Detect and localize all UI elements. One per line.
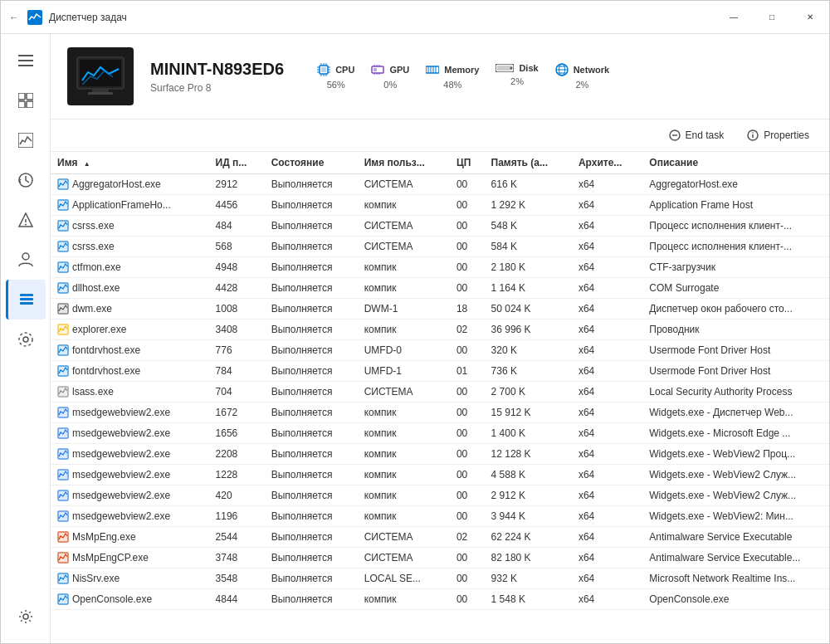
cell-user: компик bbox=[358, 320, 450, 340]
table-row[interactable]: MsMpEng.exe 2544 Выполняется СИСТЕМА 02 … bbox=[51, 527, 829, 548]
close-button[interactable]: ✕ bbox=[791, 1, 829, 34]
col-state[interactable]: Состояние bbox=[265, 152, 358, 174]
content-area: MININT-N893ED6 Surface Pro 8 bbox=[51, 34, 829, 643]
cell-arch: x64 bbox=[572, 237, 642, 257]
table-row[interactable]: fontdrvhost.exe 776 Выполняется UMFD-0 0… bbox=[51, 340, 829, 361]
cell-arch: x64 bbox=[572, 465, 642, 485]
sidebar-item-processes[interactable] bbox=[6, 280, 46, 320]
table-row[interactable]: csrss.exe 484 Выполняется СИСТЕМА 00 548… bbox=[51, 216, 829, 237]
main-layout: MININT-N893ED6 Surface Pro 8 bbox=[1, 34, 829, 643]
cell-user: СИСТЕМА bbox=[358, 237, 450, 257]
titlebar-title: Диспетчер задач bbox=[49, 12, 127, 23]
process-icon bbox=[57, 552, 69, 564]
cell-memory: 4 588 K bbox=[485, 465, 572, 485]
svg-rect-14 bbox=[20, 294, 33, 296]
end-task-button[interactable]: End task bbox=[662, 126, 731, 144]
cell-desc: Application Frame Host bbox=[642, 195, 829, 216]
cell-desc: Microsoft Network Realtime Ins... bbox=[642, 568, 829, 589]
svg-rect-5 bbox=[27, 93, 33, 100]
table-row[interactable]: msedgewebview2.exe 1196 Выполняется комп… bbox=[51, 506, 829, 527]
sidebar-item-history[interactable] bbox=[6, 160, 46, 200]
col-desc[interactable]: Описание bbox=[642, 152, 829, 174]
svg-point-53 bbox=[510, 67, 513, 70]
sidebar-item-services[interactable] bbox=[6, 320, 46, 359]
cell-state: Выполняется bbox=[265, 340, 358, 361]
table-row[interactable]: dwm.exe 1008 Выполняется DWM-1 18 50 024… bbox=[51, 299, 829, 320]
cell-desc: Widgets.exe - WebView2 Служ... bbox=[642, 465, 829, 485]
sidebar-item-menu[interactable] bbox=[6, 41, 46, 80]
process-icon bbox=[57, 469, 69, 481]
sidebar-item-dashboard[interactable] bbox=[6, 80, 46, 120]
table-row[interactable]: lsass.exe 704 Выполняется СИСТЕМА 00 2 7… bbox=[51, 382, 829, 402]
table-row[interactable]: NisSrv.exe 3548 Выполняется LOCAL SE... … bbox=[51, 568, 829, 589]
table-row[interactable]: dllhost.exe 4428 Выполняется компик 00 1… bbox=[51, 278, 829, 299]
cell-user: компик bbox=[358, 465, 450, 485]
table-row[interactable]: msedgewebview2.exe 420 Выполняется компи… bbox=[51, 485, 829, 506]
table-row[interactable]: msedgewebview2.exe 1656 Выполняется комп… bbox=[51, 423, 829, 444]
cell-state: Выполняется bbox=[265, 382, 358, 402]
stat-gpu: GPU 0% bbox=[371, 63, 409, 90]
cell-name: msedgewebview2.exe bbox=[51, 423, 209, 444]
minimize-button[interactable]: — bbox=[715, 1, 753, 34]
sidebar-item-users[interactable] bbox=[6, 240, 46, 280]
svg-rect-39 bbox=[374, 68, 377, 71]
cell-pid: 1008 bbox=[209, 299, 265, 320]
task-manager-window: ← Диспетчер задач — □ ✕ bbox=[0, 0, 830, 644]
table-row[interactable]: msedgewebview2.exe 2208 Выполняется комп… bbox=[51, 444, 829, 465]
back-button[interactable]: ← bbox=[7, 11, 21, 24]
gpu-label: GPU bbox=[389, 65, 409, 75]
table-row[interactable]: OpenConsole.exe 4844 Выполняется компик … bbox=[51, 589, 829, 610]
cell-state: Выполняется bbox=[265, 174, 358, 195]
cell-pid: 2544 bbox=[209, 527, 265, 548]
sidebar-item-settings[interactable] bbox=[6, 597, 46, 637]
cell-name: dllhost.exe bbox=[51, 278, 209, 299]
processes-icon bbox=[19, 292, 34, 307]
cell-pid: 3748 bbox=[209, 548, 265, 568]
col-cpu[interactable]: ЦП bbox=[450, 152, 485, 174]
col-name[interactable]: Имя ▲ bbox=[51, 152, 209, 174]
cell-user: компик bbox=[358, 444, 450, 465]
memory-label: Memory bbox=[444, 65, 479, 75]
col-pid[interactable]: ИД п... bbox=[209, 152, 265, 174]
cell-memory: 932 K bbox=[485, 568, 572, 589]
table-row[interactable]: msedgewebview2.exe 1672 Выполняется комп… bbox=[51, 402, 829, 423]
col-memory[interactable]: Память (а... bbox=[485, 152, 572, 174]
cell-arch: x64 bbox=[572, 257, 642, 278]
table-row[interactable]: AggregatorHost.exe 2912 Выполняется СИСТ… bbox=[51, 174, 829, 195]
table-row[interactable]: explorer.exe 3408 Выполняется компик 02 … bbox=[51, 320, 829, 340]
network-label: Network bbox=[574, 65, 609, 75]
cell-desc: Widgets.exe - Диспетчер Web... bbox=[642, 402, 829, 423]
cell-arch: x64 bbox=[572, 402, 642, 423]
cell-user: компик bbox=[358, 402, 450, 423]
properties-button[interactable]: Properties bbox=[740, 126, 816, 144]
col-arch[interactable]: Архите... bbox=[572, 152, 642, 174]
svg-point-17 bbox=[23, 337, 28, 342]
cell-state: Выполняется bbox=[265, 278, 358, 299]
col-user[interactable]: Имя польз... bbox=[358, 152, 450, 174]
cell-state: Выполняется bbox=[265, 216, 358, 237]
table-row[interactable]: csrss.exe 568 Выполняется СИСТЕМА 00 584… bbox=[51, 237, 829, 257]
table-row[interactable]: msedgewebview2.exe 1228 Выполняется комп… bbox=[51, 465, 829, 485]
header-info: MININT-N893ED6 Surface Pro 8 bbox=[150, 60, 284, 94]
cell-memory: 2 700 K bbox=[485, 382, 572, 402]
process-table-container[interactable]: Имя ▲ ИД п... Состояние Имя польз... ЦП … bbox=[51, 152, 829, 643]
process-icon bbox=[57, 573, 69, 584]
cell-memory: 320 K bbox=[485, 340, 572, 361]
table-row[interactable]: fontdrvhost.exe 784 Выполняется UMFD-1 0… bbox=[51, 361, 829, 382]
gpu-value: 0% bbox=[383, 80, 397, 90]
maximize-button[interactable]: □ bbox=[753, 1, 791, 34]
cell-name: csrss.exe bbox=[51, 237, 209, 257]
cell-name: msedgewebview2.exe bbox=[51, 465, 209, 485]
cell-arch: x64 bbox=[572, 485, 642, 506]
table-row[interactable]: ctfmon.exe 4948 Выполняется компик 00 2 … bbox=[51, 257, 829, 278]
svg-rect-22 bbox=[92, 89, 109, 92]
table-row[interactable]: MsMpEngCP.exe 3748 Выполняется СИСТЕМА 0… bbox=[51, 548, 829, 568]
cell-name: msedgewebview2.exe bbox=[51, 402, 209, 423]
sidebar-item-performance[interactable] bbox=[6, 120, 46, 160]
cell-name: csrss.exe bbox=[51, 216, 209, 237]
cell-state: Выполняется bbox=[265, 423, 358, 444]
table-row[interactable]: ApplicationFrameHo... 4456 Выполняется к… bbox=[51, 195, 829, 216]
sidebar-item-startup[interactable] bbox=[6, 200, 46, 240]
cell-desc: Antimalware Service Executable... bbox=[642, 548, 829, 568]
titlebar: ← Диспетчер задач — □ ✕ bbox=[1, 1, 829, 34]
